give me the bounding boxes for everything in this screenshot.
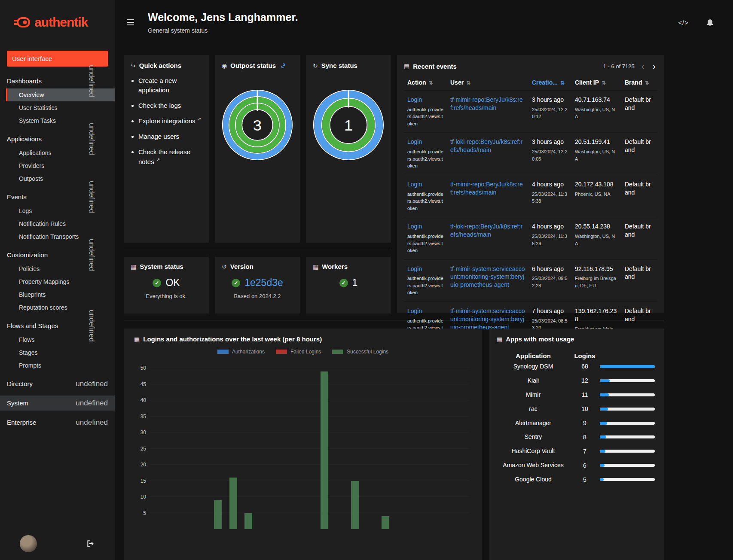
- chevron-down-icon: undefined: [88, 239, 95, 271]
- sidebar-group: Enterpriseundefined: [0, 415, 115, 430]
- sign-out-icon[interactable]: [86, 540, 95, 548]
- sidebar-item-user-statistics[interactable]: User Statistics: [6, 101, 115, 114]
- sidebar-section-flows-and-stages[interactable]: Flows and Stagesundefined: [0, 318, 115, 333]
- event-user-link[interactable]: tf-mimir-repo:BeryJu/k8s:ref:refs/heads/…: [450, 96, 523, 111]
- event-user-link[interactable]: tf-mimir-repo:BeryJu/k8s:ref:refs/heads/…: [450, 181, 523, 196]
- sidebar-item-logs[interactable]: Logs: [6, 204, 115, 217]
- outpost-status-count: 3: [253, 117, 262, 134]
- app-login-count: 6: [570, 462, 600, 469]
- event-ip-cell: 20.172.43.108Phoenix, US, NA: [571, 175, 621, 217]
- sidebar-group: DashboardsundefinedOverviewUser Statisti…: [0, 73, 115, 127]
- chart-gridline: [150, 432, 469, 432]
- sidebar-item-system-tasks[interactable]: System Tasks: [6, 114, 115, 127]
- sidebar-item-flows[interactable]: Flows: [6, 333, 115, 346]
- event-action-link[interactable]: Login: [407, 265, 422, 272]
- workers-title: Workers: [322, 263, 348, 270]
- quick-action-manage-users[interactable]: Manage users: [138, 132, 202, 141]
- system-status-title: System status: [140, 263, 183, 270]
- pagination-next-button[interactable]: ›: [651, 62, 657, 70]
- event-location: Washington, US, NA: [575, 106, 618, 120]
- chart-bar-successful-logins: [351, 481, 359, 530]
- quick-action-create-a-new-application[interactable]: Create a new application: [138, 76, 202, 95]
- event-user-link[interactable]: tf-mimir-system:serviceaccount:monitorin…: [450, 307, 525, 331]
- events-column-creatio[interactable]: Creatio...⇅: [528, 75, 571, 91]
- sidebar-item-blueprints[interactable]: Blueprints: [6, 288, 115, 301]
- sidebar-section-label: Applications: [7, 135, 42, 143]
- quick-action-explore-integrations[interactable]: Explore integrations ↗: [138, 116, 202, 126]
- legend-item-successful-logins[interactable]: Successful Logins: [332, 349, 388, 355]
- version-value-link[interactable]: 1e25d3e: [244, 277, 283, 289]
- event-row[interactable]: Loginauthentik.providers.oauth2.views.to…: [404, 133, 657, 175]
- event-user-link[interactable]: tf-loki-repo:BeryJu/k8s:ref:refs/heads/m…: [450, 223, 522, 238]
- app-usage-bar-fill: [600, 478, 604, 481]
- legend-label: Authorizations: [232, 349, 265, 355]
- quick-action-check-the-release-notes[interactable]: Check the release notes ↗: [138, 147, 202, 167]
- event-brand-cell: Default brand: [621, 259, 657, 301]
- event-action-link[interactable]: Login: [407, 181, 422, 188]
- events-column-brand[interactable]: Brand⇅: [621, 75, 657, 91]
- sidebar-item-policies[interactable]: Policies: [6, 262, 115, 275]
- sidebar-item-providers[interactable]: Providers: [6, 159, 115, 172]
- sidebar-item-notification-transports[interactable]: Notification Transports: [6, 230, 115, 243]
- sidebar-group: ApplicationsundefinedApplicationsProvide…: [0, 131, 115, 185]
- event-row[interactable]: Loginauthentik.providers.oauth2.views.to…: [404, 91, 657, 133]
- api-code-icon[interactable]: </>: [678, 19, 689, 26]
- sidebar-item-stages[interactable]: Stages: [6, 346, 115, 359]
- sidebar-section-system[interactable]: Systemundefined: [0, 396, 115, 411]
- events-column-client-ip[interactable]: Client IP⇅: [571, 75, 621, 91]
- authentik-logo[interactable]: authentik: [0, 0, 115, 45]
- sidebar-item-prompts[interactable]: Prompts: [6, 359, 115, 372]
- events-column-action[interactable]: Action⇅: [404, 75, 447, 91]
- apps-usage-rows: Synology DSM68Kiali12Mimir11rac10Alertma…: [497, 359, 657, 487]
- user-interface-button[interactable]: User interface: [7, 51, 108, 67]
- event-action-link[interactable]: Login: [407, 138, 422, 145]
- event-row[interactable]: Loginauthentik.providers.oauth2.views.to…: [404, 217, 657, 259]
- sidebar-item-list: OverviewUser StatisticsSystem Tasks: [0, 88, 115, 127]
- sidebar-section-events[interactable]: Eventsundefined: [0, 189, 115, 204]
- sidebar-item-property-mappings[interactable]: Property Mappings: [6, 275, 115, 288]
- logo-eye: [23, 21, 27, 24]
- sidebar-section-directory[interactable]: Directoryundefined: [0, 376, 115, 391]
- event-brand-cell: Default brand: [621, 217, 657, 259]
- event-row[interactable]: Loginauthentik.providers.oauth2.views.to…: [404, 175, 657, 217]
- outpost-status-donut[interactable]: 3: [222, 87, 293, 163]
- event-client-ip: 40.71.163.74: [575, 96, 618, 104]
- event-action-link[interactable]: Login: [407, 223, 422, 230]
- sidebar-group: Directoryundefined: [0, 376, 115, 391]
- event-action-link[interactable]: Login: [407, 307, 422, 314]
- event-ip-cell: 20.51.159.41Washington, US, NA: [571, 133, 621, 175]
- sidebar-section-dashboards[interactable]: Dashboardsundefined: [0, 73, 115, 88]
- event-row[interactable]: Loginauthentik.providers.oauth2.views.to…: [404, 259, 657, 301]
- hamburger-menu-icon[interactable]: [125, 17, 136, 28]
- event-ip-cell: 20.55.14.238Washington, US, NA: [571, 217, 621, 259]
- quick-action-check-the-logs[interactable]: Check the logs: [138, 101, 202, 110]
- sort-icon: ⇅: [644, 80, 649, 86]
- sidebar-item-applications[interactable]: Applications: [6, 146, 115, 159]
- sync-status-donut[interactable]: 1: [313, 87, 384, 163]
- chart-gridline: [150, 448, 469, 449]
- events-column-user[interactable]: User⇅: [447, 75, 528, 91]
- sidebar-section-applications[interactable]: Applicationsundefined: [0, 131, 115, 146]
- event-action-cell: Loginauthentik.providers.oauth2.views.to…: [404, 259, 447, 301]
- sidebar-section-enterprise[interactable]: Enterpriseundefined: [0, 415, 115, 430]
- sort-icon: ⇅: [429, 80, 433, 86]
- legend-item-failed-logins[interactable]: Failed Logins: [276, 349, 321, 355]
- sidebar-item-notification-rules[interactable]: Notification Rules: [6, 217, 115, 230]
- sidebar-item-outposts[interactable]: Outposts: [6, 172, 115, 185]
- app-login-count: 9: [570, 420, 600, 426]
- link-icon[interactable]: [280, 63, 286, 69]
- event-user-link[interactable]: tf-loki-repo:BeryJu/k8s:ref:refs/heads/m…: [450, 138, 522, 153]
- sidebar-item-overview[interactable]: Overview: [6, 88, 115, 101]
- pagination-prev-button[interactable]: ‹: [640, 62, 646, 70]
- recent-events-table: Action⇅User⇅Creatio...⇅Client IP⇅Brand⇅ …: [404, 75, 657, 345]
- event-action-link[interactable]: Login: [407, 96, 422, 103]
- legend-item-authorizations[interactable]: Authorizations: [217, 349, 265, 355]
- sidebar-item-reputation-scores[interactable]: Reputation scores: [6, 301, 115, 314]
- notification-bell-icon[interactable]: [706, 18, 714, 27]
- app-usage-bar-fill: [600, 464, 605, 467]
- event-user-cell: tf-mimir-repo:BeryJu/k8s:ref:refs/heads/…: [447, 91, 528, 133]
- avatar[interactable]: [20, 535, 37, 552]
- sidebar-section-customization[interactable]: Customizationundefined: [0, 247, 115, 262]
- event-time-absolute: 25/03/2024, 09:52:28: [532, 275, 568, 289]
- event-user-link[interactable]: tf-mimir-system:serviceaccount:monitorin…: [450, 265, 525, 289]
